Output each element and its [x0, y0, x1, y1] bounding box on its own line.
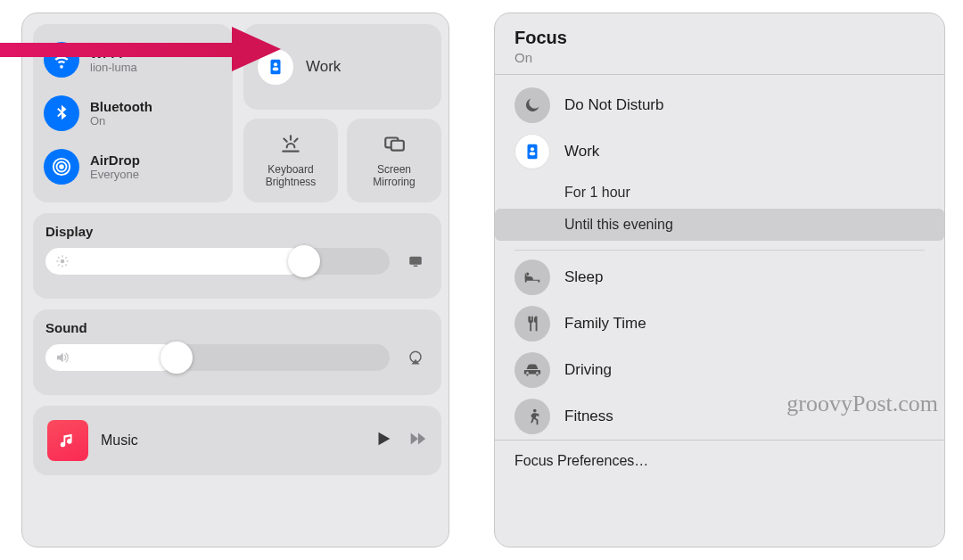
bluetooth-toggle[interactable]: Bluetooth On: [44, 86, 222, 140]
display-settings-icon[interactable]: [402, 248, 429, 275]
bluetooth-icon: [44, 95, 79, 131]
wifi-status: lion-luma: [90, 61, 137, 74]
svg-rect-24: [528, 144, 538, 160]
svg-line-19: [58, 264, 60, 266]
display-title: Display: [45, 224, 429, 239]
display-slider[interactable]: [45, 248, 390, 275]
music-app-icon: [47, 420, 88, 461]
sound-title: Sound: [45, 320, 429, 335]
screen-mirroring-label: Screen Mirroring: [373, 164, 415, 189]
focus-tile[interactable]: Work: [243, 24, 441, 110]
running-icon: [514, 399, 550, 434]
music-tile[interactable]: Music: [33, 406, 441, 475]
play-icon[interactable]: [374, 429, 393, 452]
fork-knife-icon: [514, 306, 550, 342]
svg-rect-21: [409, 257, 422, 265]
focus-mode-family[interactable]: Family Time: [495, 301, 944, 347]
sound-tile: Sound: [33, 309, 441, 395]
volume-icon: [54, 350, 70, 366]
focus-panel: Focus On Do Not Disturb Work For 1 hour …: [494, 12, 945, 548]
focus-mode-label: Work: [564, 143, 599, 161]
svg-line-8: [284, 139, 286, 142]
focus-mode-dnd[interactable]: Do Not Disturb: [495, 82, 944, 128]
music-title: Music: [101, 432, 374, 449]
airdrop-label: AirDrop: [90, 152, 140, 168]
keyboard-brightness-label: Keyboard Brightness: [266, 164, 317, 189]
focus-mode-sleep[interactable]: Sleep: [495, 254, 944, 301]
svg-line-17: [58, 257, 60, 259]
airplay-audio-icon[interactable]: [402, 344, 429, 371]
focus-duration-1h[interactable]: For 1 hour: [495, 177, 944, 209]
svg-rect-22: [414, 266, 418, 268]
airdrop-toggle[interactable]: AirDrop Everyone: [44, 140, 222, 194]
svg-rect-3: [271, 60, 281, 75]
bed-icon: [514, 259, 550, 295]
svg-point-4: [274, 62, 277, 66]
connectivity-tile: Wi-Fi lion-luma Bluetooth On AirDrop: [33, 24, 233, 202]
svg-line-18: [65, 264, 67, 266]
focus-mode-label: Sleep: [564, 268, 603, 286]
svg-line-20: [65, 257, 67, 259]
wifi-toggle[interactable]: Wi-Fi lion-luma: [44, 33, 222, 86]
svg-point-25: [531, 147, 534, 151]
focus-header: Focus On: [495, 13, 944, 74]
screen-mirroring-icon: [383, 132, 406, 159]
focus-tile-label: Work: [306, 58, 341, 76]
control-center-panel: Wi-Fi lion-luma Bluetooth On AirDrop: [21, 12, 449, 548]
focus-mode-work[interactable]: Work: [495, 128, 944, 175]
moon-icon: [514, 87, 550, 123]
focus-preferences-link[interactable]: Focus Preferences…: [495, 440, 944, 482]
brightness-low-icon: [54, 253, 70, 269]
airdrop-status: Everyone: [90, 168, 140, 181]
focus-mode-fitness[interactable]: Fitness: [495, 393, 944, 440]
wifi-label: Wi-Fi: [90, 45, 137, 61]
bluetooth-label: Bluetooth: [90, 99, 152, 114]
display-tile: Display: [33, 213, 441, 299]
badge-icon: [258, 49, 293, 85]
svg-point-0: [60, 165, 63, 169]
car-icon: [514, 352, 550, 388]
focus-mode-label: Driving: [564, 361, 612, 379]
focus-mode-label: Do Not Disturb: [564, 96, 663, 114]
focus-status: On: [514, 50, 925, 65]
badge-icon: [514, 134, 550, 169]
focus-duration-options: For 1 hour Until this evening: [495, 177, 944, 241]
focus-title: Focus: [514, 28, 925, 48]
fast-forward-icon[interactable]: [407, 429, 427, 452]
focus-mode-driving[interactable]: Driving: [495, 347, 944, 393]
svg-point-27: [533, 409, 537, 413]
focus-mode-label: Family Time: [564, 315, 646, 333]
keyboard-brightness-tile[interactable]: Keyboard Brightness: [243, 119, 338, 202]
bluetooth-status: On: [90, 114, 152, 128]
wifi-icon: [44, 42, 79, 78]
svg-rect-11: [391, 141, 404, 151]
sound-slider[interactable]: [45, 344, 390, 371]
focus-mode-label: Fitness: [564, 408, 613, 425]
focus-duration-evening[interactable]: Until this evening: [495, 209, 944, 241]
screen-mirroring-tile[interactable]: Screen Mirroring: [347, 119, 441, 202]
svg-rect-5: [273, 67, 278, 70]
svg-rect-26: [530, 152, 535, 155]
keyboard-brightness-icon: [279, 132, 302, 159]
svg-point-12: [61, 259, 65, 264]
svg-line-9: [294, 139, 297, 142]
airdrop-icon: [44, 149, 79, 185]
